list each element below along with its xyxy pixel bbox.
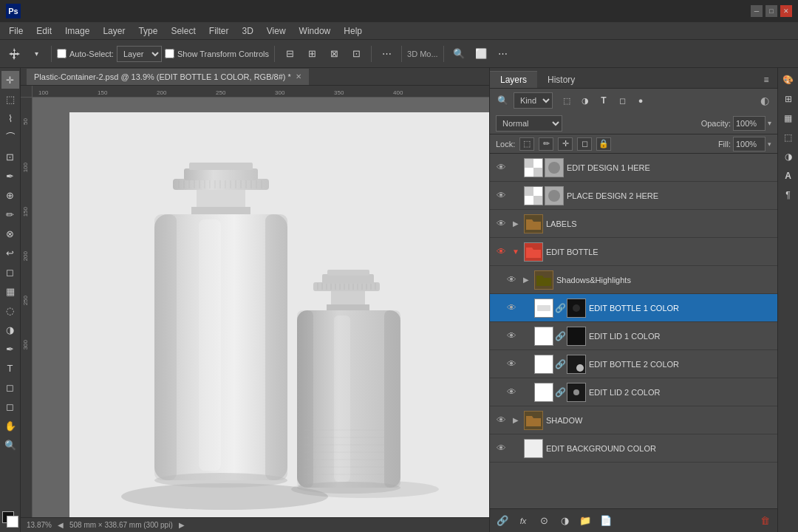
- menu-edit[interactable]: Edit: [30, 24, 58, 38]
- color-panel-button[interactable]: 🎨: [780, 71, 797, 89]
- filter-kind-dropdown[interactable]: Kind: [514, 92, 553, 109]
- foreground-color[interactable]: [2, 511, 18, 528]
- visibility-icon-shadow[interactable]: 👁: [494, 414, 508, 427]
- toolbar-extra-button[interactable]: ▾: [27, 44, 46, 64]
- blend-mode-dropdown[interactable]: Normal Multiply Screen: [496, 115, 562, 132]
- align-left-button[interactable]: ⊟: [280, 44, 299, 64]
- move-tool[interactable]: ✛: [1, 71, 19, 89]
- shape-tool[interactable]: ◻: [1, 398, 19, 415]
- menu-file[interactable]: File: [3, 24, 29, 38]
- fill-input[interactable]: [733, 137, 765, 151]
- add-style-button[interactable]: fx: [515, 513, 531, 529]
- hand-tool[interactable]: ✋: [1, 417, 19, 434]
- close-button[interactable]: ✕: [780, 5, 792, 17]
- gradients-button[interactable]: ▦: [780, 109, 797, 127]
- document-tab-item[interactable]: Plastic-Container-2.psd @ 13.9% (EDIT BO…: [27, 69, 309, 85]
- text-tool[interactable]: T: [1, 359, 19, 377]
- healing-tool[interactable]: ⊕: [1, 186, 19, 204]
- layer-row-edit-bottle-1-color[interactable]: 👁 🔗 EDIT BOT: [490, 294, 777, 322]
- visibility-icon-place-design-2[interactable]: 👁: [494, 189, 508, 202]
- path-tool[interactable]: ◻: [1, 378, 19, 396]
- lock-transparent-button[interactable]: ⬚: [519, 137, 534, 151]
- menu-help[interactable]: Help: [338, 24, 368, 38]
- visibility-icon-shadows-highlights[interactable]: 👁: [505, 273, 518, 287]
- add-mask-button[interactable]: ⊙: [536, 513, 552, 529]
- blur-tool[interactable]: ◌: [1, 301, 19, 319]
- maximize-button[interactable]: □: [765, 5, 777, 17]
- lasso-tool[interactable]: ⌇: [1, 109, 19, 127]
- eraser-tool[interactable]: ◻: [1, 263, 19, 281]
- menu-layer[interactable]: Layer: [97, 24, 131, 38]
- history-brush-tool[interactable]: ↩: [1, 244, 19, 262]
- filter-smart-button[interactable]: ●: [632, 92, 649, 109]
- tab-layers[interactable]: Layers: [490, 71, 537, 88]
- quick-select-tool[interactable]: ⁀: [1, 129, 19, 146]
- filter-text-button[interactable]: T: [596, 92, 612, 109]
- auto-select-checkbox-label[interactable]: Auto-Select:: [57, 49, 114, 58]
- menu-image[interactable]: Image: [59, 24, 95, 38]
- marquee-tool[interactable]: ⬚: [1, 90, 19, 108]
- show-transform-label[interactable]: Show Transform Controls: [165, 49, 269, 58]
- pen-tool[interactable]: ✒: [1, 340, 19, 358]
- layer-row-labels[interactable]: 👁 ▶ LABELS: [490, 210, 777, 238]
- lock-all-button[interactable]: 🔒: [596, 137, 611, 151]
- visibility-icon-edit-bottle-2-color[interactable]: 👁: [505, 358, 518, 371]
- swatches-button[interactable]: ⊞: [780, 90, 797, 108]
- delete-layer-button[interactable]: 🗑: [757, 513, 773, 529]
- distribute-button[interactable]: ⋯: [377, 44, 396, 64]
- new-layer-button[interactable]: 📄: [598, 513, 614, 529]
- visibility-icon-edit-bottle[interactable]: 👁: [494, 245, 508, 259]
- auto-select-checkbox[interactable]: [57, 49, 66, 58]
- layers-list[interactable]: 👁 EDIT DESIGN 1 HERE 👁: [490, 154, 777, 508]
- paragraph-button[interactable]: ¶: [780, 186, 797, 204]
- filter-shape-button[interactable]: ◻: [614, 92, 630, 109]
- gradient-tool[interactable]: ▦: [1, 282, 19, 300]
- link-layers-button[interactable]: 🔗: [494, 513, 511, 529]
- filter-toggle-button[interactable]: ◐: [757, 92, 773, 109]
- move-tool-button[interactable]: [4, 44, 24, 64]
- minimize-button[interactable]: ─: [751, 5, 763, 17]
- align-bottom-button[interactable]: ⊡: [347, 44, 366, 64]
- lock-position-button[interactable]: ✛: [558, 137, 573, 151]
- filter-kind-icon[interactable]: 🔍: [494, 92, 511, 109]
- layer-row-edit-design-1[interactable]: 👁 EDIT DESIGN 1 HERE: [490, 154, 777, 182]
- opacity-input[interactable]: [733, 116, 765, 131]
- layer-row-shadow[interactable]: 👁 ▶ SHADOW: [490, 406, 777, 434]
- search-button[interactable]: 🔍: [449, 44, 468, 64]
- crop-tool[interactable]: ⊡: [1, 148, 19, 166]
- visibility-icon-edit-lid-2-color[interactable]: 👁: [505, 386, 518, 399]
- brush-tool[interactable]: ✏: [1, 205, 19, 223]
- expand-icon-edit-bottle[interactable]: ▼: [511, 247, 521, 257]
- character-button[interactable]: A: [780, 167, 797, 185]
- lock-artboard-button[interactable]: ◻: [577, 137, 592, 151]
- expand-icon-shadows-highlights[interactable]: ▶: [521, 275, 531, 285]
- menu-3d[interactable]: 3D: [236, 24, 259, 38]
- menu-filter[interactable]: Filter: [203, 24, 235, 38]
- layer-row-edit-lid-2-color[interactable]: 👁 🔗 EDIT LID 2 COLOR: [490, 378, 777, 406]
- clone-tool[interactable]: ⊗: [1, 225, 19, 242]
- patterns-button[interactable]: ⬚: [780, 129, 797, 146]
- tab-history[interactable]: History: [537, 71, 585, 88]
- panel-menu-button[interactable]: ≡: [758, 72, 774, 88]
- visibility-icon-edit-background-color[interactable]: 👁: [494, 442, 508, 455]
- layer-row-edit-lid-1-color[interactable]: 👁 🔗 EDIT LID 1 COLOR: [490, 322, 777, 350]
- new-adjustment-button[interactable]: ◑: [556, 513, 573, 529]
- expand-icon-shadow[interactable]: ▶: [511, 415, 521, 426]
- status-next-button[interactable]: ▶: [179, 521, 185, 529]
- more-button[interactable]: ⋯: [494, 44, 513, 64]
- fill-arrow[interactable]: ▾: [768, 140, 771, 148]
- layer-row-edit-bottle[interactable]: 👁 ▼ EDIT BOTTLE: [490, 238, 777, 266]
- filter-pixel-button[interactable]: ⬚: [559, 92, 575, 109]
- visibility-icon-edit-design-1[interactable]: 👁: [494, 161, 508, 174]
- menu-type[interactable]: Type: [132, 24, 163, 38]
- zoom-tool[interactable]: 🔍: [1, 436, 19, 454]
- eyedropper-tool[interactable]: ✒: [1, 167, 19, 185]
- show-transform-checkbox[interactable]: [165, 49, 174, 58]
- align-right-button[interactable]: ⊠: [324, 44, 344, 64]
- filter-adjust-button[interactable]: ◑: [577, 92, 593, 109]
- visibility-icon-edit-bottle-1-color[interactable]: 👁: [505, 301, 518, 315]
- new-group-button[interactable]: 📁: [577, 513, 593, 529]
- canvas[interactable]: [33, 98, 489, 517]
- adjustments-button[interactable]: ◑: [780, 148, 797, 166]
- visibility-icon-labels[interactable]: 👁: [494, 217, 508, 231]
